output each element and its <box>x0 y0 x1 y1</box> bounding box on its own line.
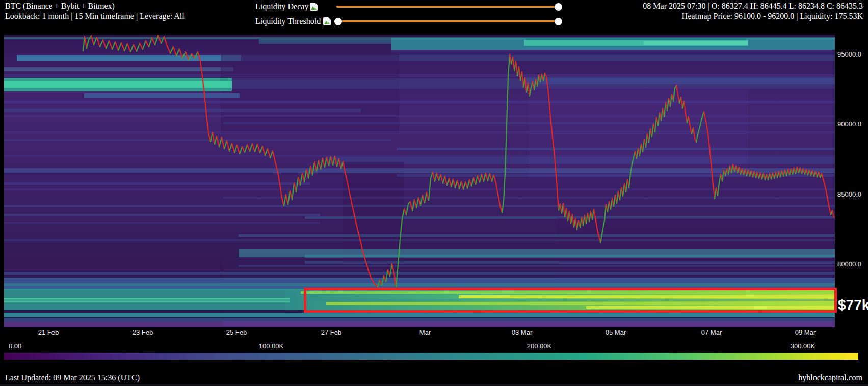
date-tick-label: Mar <box>419 328 431 336</box>
date-tick-label: 25 Feb <box>226 328 247 336</box>
date-tick-label: 21 Feb <box>38 328 59 336</box>
price-tick-label: 85000.0 <box>837 190 861 198</box>
site-credit-text: hyblockcapital.com <box>798 373 862 382</box>
liquidity-threshold-label: Liquidity Threshold <box>255 17 321 26</box>
liquidity-decay-handle[interactable] <box>555 3 562 11</box>
image-glyph <box>313 7 317 10</box>
heatmap-chart-canvas[interactable] <box>4 35 835 327</box>
page-fold <box>328 17 331 20</box>
chart-export-icon[interactable] <box>323 17 331 25</box>
price-line-overlay <box>4 35 835 327</box>
price-tick-label: 90000.0 <box>837 120 861 128</box>
date-tick-label: 07 Mar <box>701 328 722 336</box>
77k-annotation-label: $77k <box>838 297 868 313</box>
date-tick-label: 23 Feb <box>133 328 153 336</box>
liquidity-threshold-slider[interactable] <box>338 20 559 22</box>
date-tick-label: 03 Mar <box>512 328 532 336</box>
price-tick-label: 80000.0 <box>837 260 861 268</box>
colorbar-tick-label: 0.00 <box>9 342 21 350</box>
liquidity-heatmap-app: BTC (Binance + Bybit + Bitmex) Lookback:… <box>0 0 868 386</box>
colorbar-tick-label: 300.00K <box>791 342 815 350</box>
liquidity-threshold-handle-left[interactable] <box>334 18 342 25</box>
last-updated-text: Last Updated: 09 Mar 2025 15:36 (UTC) <box>5 373 140 382</box>
liquidity-threshold-handle-right[interactable] <box>555 18 562 25</box>
colorbar-tick-label: 100.00K <box>259 342 283 350</box>
symbol-title: BTC (Binance + Bybit + Bitmex) <box>5 2 115 11</box>
heatmap-price-readout: Heatmap Price: 96100.0 - 96200.0 | Liqui… <box>682 12 863 21</box>
date-tick-label: 09 Mar <box>795 328 816 336</box>
ohlc-readout: 08 Mar 2025 07:30 | O: 86327.4 H: 86445.… <box>643 2 863 11</box>
date-tick-label: 05 Mar <box>606 328 626 336</box>
chart-export-icon[interactable] <box>310 3 318 11</box>
price-tick-label: 95000.0 <box>837 50 861 58</box>
date-tick-label: 27 Feb <box>321 328 341 336</box>
77k-highlight-box <box>304 288 837 313</box>
liquidity-colorbar <box>4 353 858 360</box>
page-fold <box>315 3 318 5</box>
image-glyph <box>327 22 330 24</box>
liquidity-decay-label: Liquidity Decay <box>255 2 308 11</box>
colorbar-tick-label: 200.00K <box>527 342 551 350</box>
liquidity-decay-slider[interactable] <box>336 6 559 8</box>
lookback-settings: Lookback: 1 month | 15 Min timeframe | L… <box>5 12 185 21</box>
